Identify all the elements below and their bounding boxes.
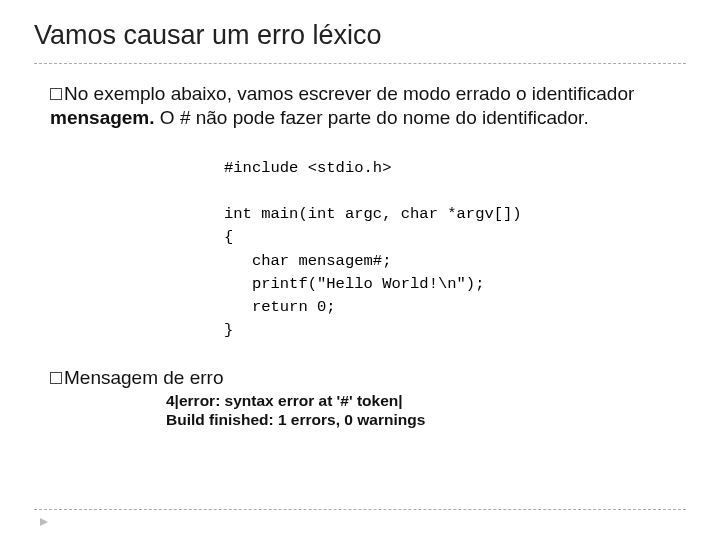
divider-top [34, 63, 686, 64]
intro-text-c: O # não pode fazer parte do nome do iden… [155, 107, 589, 128]
code-block: #include <stdio.h> int main(int argc, ch… [224, 157, 686, 343]
divider-bottom [34, 509, 686, 510]
intro-paragraph: No exemplo abaixo, vamos escrever de mod… [50, 82, 676, 131]
error-line-1: 4|error: syntax error at '#' token| [166, 391, 686, 411]
error-output: 4|error: syntax error at '#' token| Buil… [166, 391, 686, 431]
triangle-right-icon [40, 518, 48, 526]
error-heading: Mensagem de erro [50, 367, 686, 389]
error-heading-b: de erro [158, 367, 223, 388]
intro-text-bold: mensagem. [50, 107, 155, 128]
slide: Vamos causar um erro léxico No exemplo a… [0, 0, 720, 440]
intro-text-a: No exemplo abaixo, vamos escrever de mod… [64, 83, 634, 104]
square-bullet-icon [50, 372, 62, 384]
square-bullet-icon [50, 88, 62, 100]
page-title: Vamos causar um erro léxico [34, 20, 686, 51]
error-heading-a: Mensagem [64, 367, 158, 388]
error-line-2: Build finished: 1 errors, 0 warnings [166, 410, 686, 430]
